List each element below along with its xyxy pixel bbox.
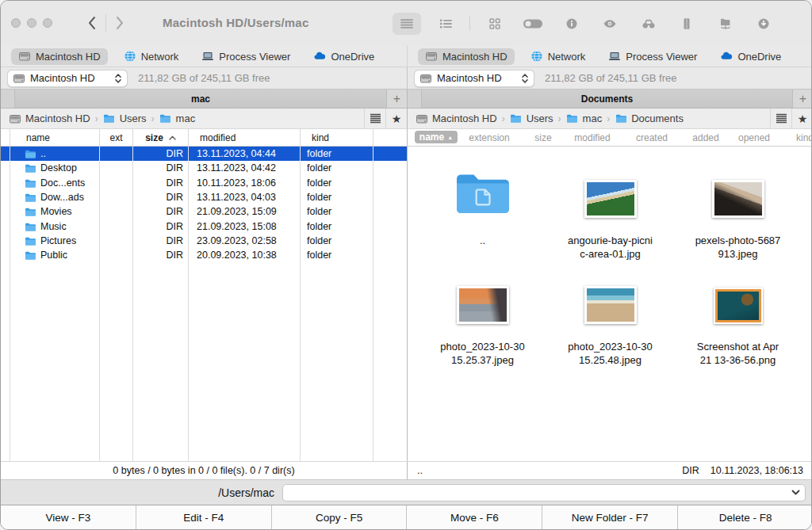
archive-icon[interactable]	[672, 13, 701, 35]
eye-icon[interactable]	[596, 13, 624, 35]
view-detail-icon[interactable]	[431, 13, 460, 35]
thumbnail-image	[459, 288, 507, 322]
breadcrumb-item-users[interactable]: Users	[510, 112, 553, 125]
edit-button[interactable]: Edit - F4	[136, 505, 272, 530]
new-tab-button-right[interactable]: +	[792, 90, 812, 108]
column-header-modified[interactable]: modified	[566, 129, 619, 146]
drive-icon	[18, 50, 31, 63]
favorite-star-button-left[interactable]: ★	[385, 109, 407, 128]
zoom-button[interactable]	[43, 18, 52, 28]
breadcrumb-item-mac[interactable]: mac	[159, 112, 196, 125]
column-header-kind[interactable]: kind	[796, 129, 812, 146]
gutter	[1, 262, 10, 461]
grid-item-icon-zone	[457, 261, 509, 324]
toggle-icon[interactable]	[519, 13, 547, 35]
pane-tab-left[interactable]: mac	[15, 90, 386, 108]
file-row-Pictures[interactable]: PicturesDIR23.09.2023, 02:58folder	[1, 234, 407, 248]
drive-select-right[interactable]: Macintosh HD	[414, 70, 534, 87]
minimize-button[interactable]	[27, 18, 36, 28]
grid-item-photo-2023-10-3015-25-37-jpeg[interactable]: photo_2023-10-3015.25.37.jpeg	[419, 261, 546, 367]
command-history-button[interactable]	[789, 486, 802, 499]
file-row-Movies[interactable]: MoviesDIR21.09.2023, 15:09folder	[1, 204, 407, 219]
file-row-Doc-ents[interactable]: Doc...entsDIR10.11.2023, 18:06folder	[1, 176, 407, 190]
view-mode-button-right[interactable]	[770, 109, 791, 128]
file-row-Music[interactable]: MusicDIR21.09.2023, 15:08folder	[1, 219, 407, 233]
info-icon[interactable]	[557, 13, 586, 35]
column-header-added[interactable]: added	[684, 129, 728, 146]
file-row-Public[interactable]: PublicDIR20.09.2023, 10:38folder	[1, 248, 407, 262]
drive-select-left[interactable]: Macintosh HD	[7, 70, 128, 87]
grid-item-Screenshot-at-Apr21-13-36-56-p[interactable]: Screenshot at Apr21 13-36-56.png	[674, 261, 802, 367]
close-button[interactable]	[11, 18, 21, 28]
favorite-tab-label: Network	[141, 51, 179, 63]
column-headers: name ext size modified kind name▲ extens…	[1, 129, 812, 147]
breadcrumb-item-users[interactable]: Users	[103, 112, 147, 125]
updown-chevron-icon	[521, 73, 529, 84]
drive-icon	[9, 112, 21, 125]
view-grid-icon[interactable]	[481, 13, 509, 35]
move-button[interactable]: Move - F6	[407, 505, 542, 530]
favorite-tab-label: Process Viewer	[626, 51, 697, 63]
binoculars-icon[interactable]	[634, 13, 663, 35]
favorite-tab-macintosh-hd[interactable]: Macintosh HD	[11, 48, 108, 65]
column-header-kind[interactable]: kind	[301, 129, 373, 146]
cell-size: DIR	[133, 176, 189, 190]
column-header-modified[interactable]: modified	[189, 129, 301, 146]
column-header-size[interactable]: size	[523, 129, 563, 146]
breadcrumb-left: Macintosh HD›Users›mac	[9, 112, 364, 125]
column-header-extension[interactable]: extension	[463, 129, 515, 146]
back-button[interactable]	[86, 14, 98, 32]
folder-icon	[615, 112, 627, 125]
pane-tab-right[interactable]: Documents	[422, 90, 792, 108]
favorite-tab-label: Network	[548, 51, 586, 63]
gutter	[373, 176, 407, 190]
favorite-tab-process-viewer[interactable]: Process Viewer	[601, 48, 704, 65]
drive-icon	[425, 50, 438, 63]
grid-item-angourie-bay-picnic-area-01-jp[interactable]: angourie-bay-picnic-area-01.jpg	[546, 154, 674, 261]
favorite-tab-process-viewer[interactable]: Process Viewer	[194, 48, 297, 65]
favorite-tab-network[interactable]: Network	[117, 48, 186, 65]
breadcrumb-item-macintosh-hd[interactable]: Macintosh HD	[416, 112, 497, 125]
copy-button[interactable]: Copy - F5	[272, 505, 408, 530]
breadcrumb-item-macintosh-hd[interactable]: Macintosh HD	[9, 112, 90, 125]
cell-name: ..	[10, 147, 100, 161]
gutter	[373, 219, 407, 233]
new-tab-button-left[interactable]: +	[386, 90, 407, 108]
window-title: Macintosh HD/Users/mac	[163, 16, 308, 29]
grid-item-label-line: 15.25.37.jpeg	[440, 353, 524, 367]
column-header-size[interactable]: size	[133, 129, 189, 146]
favorite-tab-network[interactable]: Network	[523, 48, 593, 65]
gutter	[373, 234, 407, 248]
file-row--[interactable]: ..DIR13.11.2023, 04:44folder	[1, 147, 407, 161]
column-header-created[interactable]: created	[628, 129, 676, 146]
view-mode-button-left[interactable]	[364, 109, 385, 128]
breadcrumb-item-documents[interactable]: Documents	[615, 112, 684, 125]
favorite-tab-onedrive[interactable]: OneDrive	[306, 48, 381, 65]
column-header-name[interactable]: name	[10, 129, 100, 146]
favorite-tab-onedrive[interactable]: OneDrive	[713, 48, 788, 65]
gutter	[373, 204, 407, 219]
column-header-ext[interactable]: ext	[100, 129, 133, 146]
column-header-name[interactable]: name▲	[415, 131, 458, 143]
forward-button[interactable]	[114, 14, 125, 32]
view-button[interactable]: View - F3	[1, 505, 136, 530]
column-header-opened[interactable]: opened	[731, 129, 777, 146]
cell-name: Public	[10, 248, 100, 262]
cell-size: DIR	[133, 161, 189, 175]
grid-item--[interactable]: ..	[419, 154, 546, 261]
download-icon[interactable]	[749, 13, 778, 35]
network-folder-icon[interactable]	[711, 13, 740, 35]
favorite-tab-macintosh-hd[interactable]: Macintosh HD	[418, 48, 515, 65]
file-row-Dow-ads[interactable]: Dow...adsDIR13.11.2023, 04:03folder	[1, 190, 407, 204]
delete-button[interactable]: Delete - F8	[678, 505, 812, 530]
grid-item-pexels-photo-5687913-jpeg[interactable]: pexels-photo-5687913.jpeg	[674, 154, 802, 261]
breadcrumb-item-mac[interactable]: mac	[566, 112, 603, 125]
favorite-star-button-right[interactable]: ★	[791, 109, 812, 128]
file-row-Desktop[interactable]: DesktopDIR13.11.2023, 04:42folder	[1, 161, 407, 175]
cell-modified: 21.09.2023, 15:09	[189, 204, 301, 219]
new-folder-button[interactable]: New Folder - F7	[542, 505, 678, 530]
command-input[interactable]	[282, 484, 806, 501]
view-list-icon[interactable]	[393, 13, 421, 35]
grid-item-photo-2023-10-3015-25-48-jpeg[interactable]: photo_2023-10-3015.25.48.jpeg	[546, 261, 674, 367]
folder-icon	[25, 178, 36, 188]
